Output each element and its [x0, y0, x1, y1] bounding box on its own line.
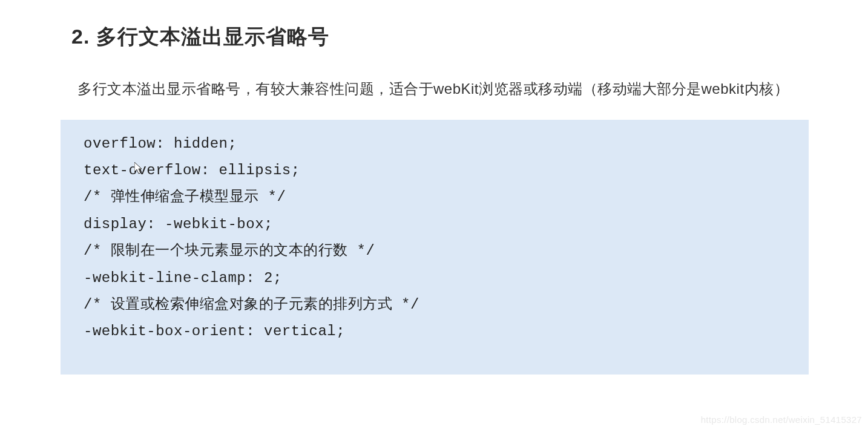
code-line: /* 设置或检索伸缩盒对象的子元素的排列方式 */ — [84, 296, 419, 313]
code-line: /* 弹性伸缩盒子模型显示 */ — [84, 189, 286, 205]
code-line: text-overflow: ellipsis; — [84, 162, 300, 178]
code-line: -webkit-line-clamp: 2; — [84, 270, 282, 286]
section-heading: 2. 多行文本溢出显示省略号 — [71, 23, 807, 51]
code-block: overflow: hidden; text-overflow: ellipsi… — [61, 120, 809, 375]
code-line: display: -webkit-box; — [84, 216, 273, 232]
code-line: overflow: hidden; — [84, 136, 237, 152]
document-container: 2. 多行文本溢出显示省略号 多行文本溢出显示省略号，有较大兼容性问题，适合于w… — [0, 0, 868, 375]
code-line: /* 限制在一个块元素显示的文本的行数 */ — [84, 243, 375, 259]
section-description: 多行文本溢出显示省略号，有较大兼容性问题，适合于webKit浏览器或移动端（移动… — [77, 75, 807, 103]
watermark-text: https://blog.csdn.net/weixin_51415327 — [701, 414, 862, 425]
code-line: -webkit-box-orient: vertical; — [84, 323, 345, 339]
